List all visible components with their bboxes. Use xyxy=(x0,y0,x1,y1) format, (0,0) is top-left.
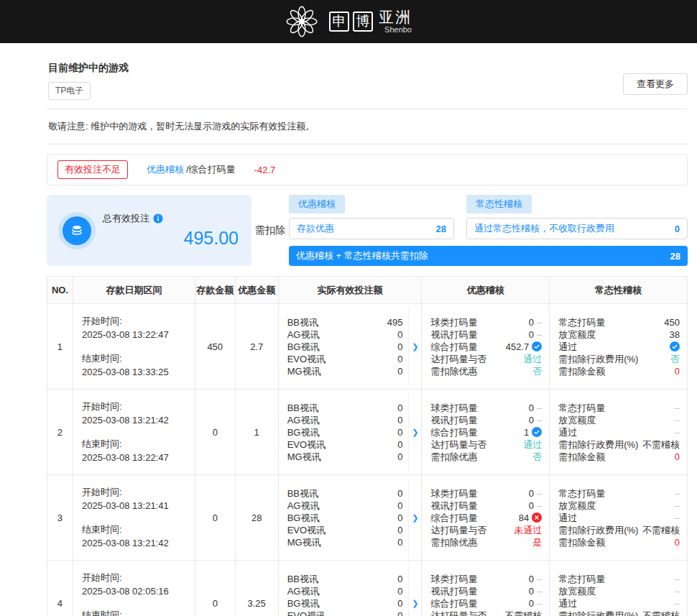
audit-label: 常态打码量 xyxy=(558,573,605,585)
expand-chevron-icon[interactable]: ❯ xyxy=(408,564,421,616)
audit-value: – xyxy=(675,487,680,500)
bets-cell: BB视讯0AG视讯0BG视讯0EVO视讯0MG视讯0❯ xyxy=(278,475,422,561)
view-more-button[interactable]: 查看更多 xyxy=(623,73,688,95)
audit-values: 0 xyxy=(675,536,680,548)
normal-audit-cell: 常态打码量–放宽额度–通过–需扣除行政费用(%)不需稽核需扣除金额0 xyxy=(550,475,688,561)
audit-value: 1 xyxy=(524,426,529,438)
bet-label: EVO视讯 xyxy=(287,610,326,616)
normal-deduct-value: 0 xyxy=(675,224,680,234)
bet-line: EVO视讯0 xyxy=(287,610,403,616)
audit-values: 0– xyxy=(529,597,542,610)
bet-value: 0 xyxy=(397,438,402,451)
bet-line: BG视讯0 xyxy=(287,512,403,524)
bet-line: AG视讯0 xyxy=(287,414,403,426)
audit-value: 450 xyxy=(664,316,680,328)
audit-values: 通过 xyxy=(523,353,542,365)
audit-row: 球类打码量0– xyxy=(430,316,542,328)
audit-label: 综合打码量 xyxy=(430,426,477,438)
audit-value: 否 xyxy=(532,365,542,377)
audit-value: 0 xyxy=(675,365,680,377)
tab-normal-audit[interactable]: 常态性稽核 xyxy=(466,195,532,213)
bet-line: AG视讯0 xyxy=(287,328,403,341)
total-deduction-bar: 优惠稽核 + 常态性稽核共需扣除 28 xyxy=(289,246,688,266)
bet-value: 0 xyxy=(397,487,402,500)
audit-label: 达打码量与否 xyxy=(430,438,486,451)
audit-values: 0– xyxy=(529,573,542,585)
audit-row: 放宽额度– xyxy=(558,585,680,597)
audit-label: 需扣除金额 xyxy=(558,536,605,548)
info-icon[interactable] xyxy=(153,213,163,224)
audit-label: 综合打码量 xyxy=(430,341,477,353)
bet-label: MG视讯 xyxy=(287,536,321,548)
dash-indicator: – xyxy=(537,316,542,328)
audit-value: 0 xyxy=(675,536,680,548)
row-number: 2 xyxy=(47,390,73,475)
audit-label: 常态打码量 xyxy=(558,402,605,414)
audit-label: 通过 xyxy=(558,512,577,524)
bets-list: BB视讯0AG视讯0BG视讯0EVO视讯0MG视讯0 xyxy=(279,478,409,558)
check-circle-icon xyxy=(670,341,680,351)
start-time-label: 开始时间: xyxy=(82,485,186,499)
bet-label: BG视讯 xyxy=(287,597,320,610)
maintenance-title: 目前维护中的游戏 xyxy=(48,62,686,75)
audit-row: 常态打码量– xyxy=(558,487,680,500)
bet-value: 0 xyxy=(397,328,402,341)
audit-label: 需扣除金额 xyxy=(558,451,605,463)
audit-values xyxy=(670,341,680,351)
audit-label: 需扣除优惠 xyxy=(430,451,477,463)
col-header-no: NO. xyxy=(47,277,73,304)
audit-value: – xyxy=(675,512,680,524)
normal-deduct-field[interactable]: 通过常态性稽核，不收取行政费用 0 xyxy=(466,218,688,239)
logo-char-2: 博 xyxy=(353,12,373,32)
site-logo: 申 博 亚洲 Shenbo xyxy=(285,5,412,38)
audit-label: 综合打码量 xyxy=(430,512,477,524)
col-header-bonus: 优惠金额 xyxy=(235,277,278,304)
audit-values: 否 xyxy=(670,353,680,365)
audit-row: 视讯打码量0– xyxy=(430,500,542,512)
bet-value: 0 xyxy=(397,512,402,524)
audit-row: 需扣除金额0 xyxy=(558,536,680,548)
audit-value: – xyxy=(675,426,680,438)
promo-audit-link[interactable]: 优惠稽核 xyxy=(147,163,184,176)
dash-indicator: – xyxy=(537,414,542,426)
expand-chevron-icon[interactable]: ❯ xyxy=(408,307,421,387)
bet-label: EVO视讯 xyxy=(287,524,326,536)
notice-text: 敬请注意: 维护中的游戏，暂时无法显示游戏的实际有效投注额。 xyxy=(47,109,688,144)
audit-values: 38 xyxy=(670,328,680,341)
audit-values: – xyxy=(675,426,680,438)
total-bet-info: 总有效投注 495.00 xyxy=(103,212,239,249)
expand-chevron-icon[interactable]: ❯ xyxy=(408,478,421,558)
audit-values: 0– xyxy=(529,500,542,512)
bets-list: BB视讯0AG视讯0BG视讯0EVO视讯0MG视讯0 xyxy=(279,392,409,472)
audit-value: 0 xyxy=(529,573,534,585)
audit-values: 0– xyxy=(529,414,542,426)
audit-value: 否 xyxy=(532,451,542,463)
total-bet-card: 总有效投注 495.00 xyxy=(47,195,251,266)
audit-label: 球类打码量 xyxy=(430,573,477,585)
audit-row: 达打码量与否不需稽核 xyxy=(430,610,542,616)
promo-deduct-field[interactable]: 存款优惠 28 xyxy=(289,218,454,239)
bet-value: 0 xyxy=(397,524,402,536)
bets-cell: BB视讯495AG视讯0BG视讯0EVO视讯0MG视讯0❯ xyxy=(278,304,422,390)
end-time-label: 结束时间: xyxy=(82,351,186,365)
audit-values: 未通过 xyxy=(514,524,542,536)
logo-brand: Shenbo xyxy=(379,25,412,34)
bet-label: BG视讯 xyxy=(287,426,320,438)
end-time-label: 结束时间: xyxy=(82,437,186,451)
normal-audit-cell: 常态打码量450放宽额度38通过需扣除行政费用(%)否需扣除金额0 xyxy=(550,304,688,390)
expand-chevron-icon[interactable]: ❯ xyxy=(408,392,421,472)
audit-values: 不需稽核 xyxy=(642,438,680,451)
deposit-amount: 450 xyxy=(195,304,235,390)
bet-label: AG视讯 xyxy=(287,500,320,512)
bet-value: 495 xyxy=(387,316,403,328)
deposit-amount: 0 xyxy=(195,390,235,475)
bet-value: 0 xyxy=(397,451,402,463)
tab-promo-audit[interactable]: 优惠稽核 xyxy=(289,195,345,213)
audit-value: 0 xyxy=(529,316,534,328)
audit-value: 0 xyxy=(529,597,534,610)
audit-value: 不需稽核 xyxy=(642,438,680,451)
audit-values: 1 xyxy=(524,426,542,438)
bonus-amount: 3.25 xyxy=(235,561,278,616)
audit-row: 通过– xyxy=(558,597,680,610)
bet-label: MG视讯 xyxy=(287,365,321,377)
